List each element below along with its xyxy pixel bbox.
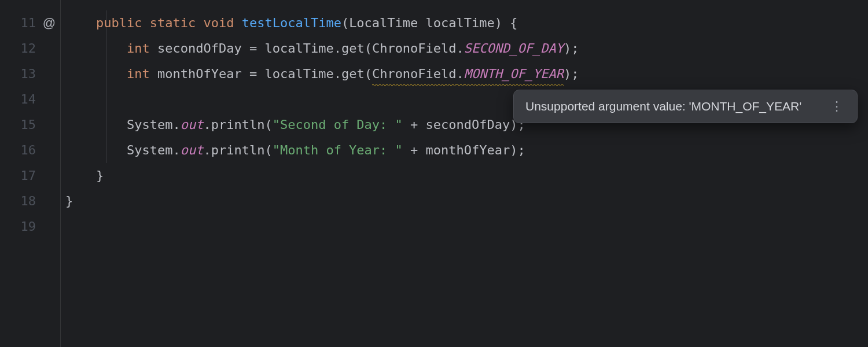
paren: ( (264, 117, 272, 132)
method-call: println (211, 117, 265, 132)
brace: } (96, 168, 104, 183)
paren: ) (564, 67, 571, 81)
indent (65, 16, 96, 30)
operator: + (403, 143, 426, 157)
punct: . (334, 41, 341, 56)
tooltip-text: Unsupported argument value: 'MONTH_OF_YE… (525, 99, 801, 113)
more-actions-icon[interactable]: ⋮ (828, 100, 845, 113)
code-line[interactable] (61, 214, 868, 239)
brace: } (65, 194, 73, 208)
paren: ) (495, 16, 502, 30)
field: out (181, 143, 204, 157)
operator: = (242, 67, 265, 81)
paren: ( (365, 41, 372, 56)
keyword-public: public (96, 16, 142, 30)
operator: + (403, 117, 426, 132)
string-literal: "Month of Year: " (273, 143, 403, 157)
line-number: 17 (0, 163, 60, 189)
line-number: 18 (0, 189, 60, 214)
keyword-int: int (127, 67, 150, 81)
string-literal: "Second of Day: " (273, 117, 403, 132)
variable: monthOfYear (157, 67, 242, 81)
line-number: 16 (0, 138, 60, 163)
constant: SECOND_OF_DAY (464, 41, 564, 56)
method-name: testLocalTime (242, 16, 341, 30)
identifier: localTime (264, 41, 333, 56)
punct: . (457, 61, 464, 87)
paren: ) (510, 143, 517, 157)
class-ref: ChronoField (372, 61, 457, 87)
class-ref: ChronoField (372, 41, 457, 56)
line-number: 11 @ (0, 10, 60, 36)
constant-warning[interactable]: MONTH_OF_YEAR (464, 61, 564, 87)
variable: secondOfDay (426, 117, 510, 132)
indent (65, 117, 127, 132)
punct: . (457, 41, 464, 56)
punct: ; (518, 143, 525, 157)
indent (65, 41, 127, 56)
keyword-int: int (127, 41, 150, 56)
code-line[interactable]: } (61, 189, 868, 214)
paren: ( (365, 67, 372, 81)
gutter: 11 @ 12 13 14 15 16 17 18 19 (0, 0, 61, 347)
indent (65, 143, 127, 157)
inspection-tooltip[interactable]: Unsupported argument value: 'MONTH_OF_YE… (513, 90, 858, 123)
variable: secondOfDay (157, 41, 242, 56)
punct: ; (571, 41, 579, 56)
method-call: get (341, 41, 365, 56)
code-line[interactable]: } (61, 163, 868, 189)
field: out (181, 117, 204, 132)
param-type: LocalTime (349, 16, 418, 30)
variable: monthOfYear (426, 143, 510, 157)
indent (65, 67, 127, 81)
paren: ) (564, 41, 571, 56)
line-number: 15 (0, 112, 60, 138)
keyword-void: void (203, 16, 234, 30)
line-number: 14 (0, 87, 60, 112)
line-number: 19 (0, 214, 60, 239)
class-ref: System (127, 117, 172, 132)
class-ref: System (127, 143, 172, 157)
operator: = (242, 41, 265, 56)
paren: ( (341, 16, 349, 30)
line-number: 12 (0, 36, 60, 61)
punct: . (172, 143, 180, 157)
identifier: localTime (264, 67, 333, 81)
punct: . (203, 117, 211, 132)
punct: . (334, 67, 341, 81)
code-editor[interactable]: 11 @ 12 13 14 15 16 17 18 19 public stat… (0, 0, 868, 347)
code-line[interactable]: int secondOfDay = localTime.get(ChronoFi… (61, 36, 868, 61)
method-call: println (211, 143, 265, 157)
param-name: localTime (426, 16, 495, 30)
punct: . (203, 143, 211, 157)
brace: { (510, 16, 517, 30)
line-number: 13 (0, 61, 60, 87)
code-area[interactable]: public static void testLocalTime(LocalTi… (61, 0, 868, 347)
method-call: get (341, 67, 365, 81)
code-line[interactable]: System.out.println("Month of Year: " + m… (61, 138, 868, 163)
code-line[interactable]: int monthOfYear = localTime.get(ChronoFi… (61, 61, 868, 87)
indent (65, 168, 96, 183)
keyword-static: static (150, 16, 196, 30)
override-icon[interactable]: @ (43, 10, 56, 36)
code-line[interactable]: public static void testLocalTime(LocalTi… (61, 10, 868, 36)
punct: . (172, 117, 180, 132)
punct: ; (571, 67, 579, 81)
paren: ( (264, 143, 272, 157)
